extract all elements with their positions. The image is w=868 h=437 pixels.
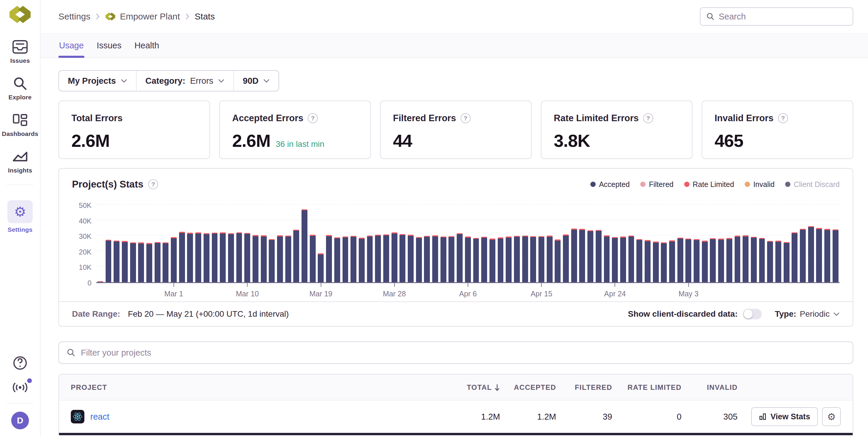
- bar: [652, 195, 660, 282]
- bar: [692, 195, 701, 282]
- help-icon[interactable]: [148, 179, 158, 189]
- sidebar-item-label: Issues: [10, 57, 30, 64]
- x-axis-label: Mar 1: [164, 290, 183, 298]
- cell-accepted: 1.2M: [500, 412, 556, 422]
- x-axis-tick: [247, 283, 248, 287]
- whats-new-button[interactable]: [12, 381, 28, 394]
- bar: [831, 195, 840, 282]
- x-axis-label: May 3: [679, 290, 699, 298]
- project-link[interactable]: react: [90, 412, 109, 422]
- header-project[interactable]: PROJECT: [71, 383, 444, 392]
- sidebar-item-dashboards[interactable]: Dashboards: [2, 113, 38, 137]
- bar: [325, 195, 333, 282]
- bar: [709, 195, 717, 282]
- bar: [129, 195, 137, 282]
- bar: [260, 195, 268, 282]
- bar: [717, 195, 725, 282]
- bar: [235, 195, 243, 282]
- breadcrumb: Settings Empower Plant Stats: [58, 11, 215, 22]
- bar: [358, 195, 366, 282]
- help-icon[interactable]: [778, 113, 788, 123]
- breadcrumb-org-label: Empower Plant: [120, 11, 180, 22]
- stat-card-note: 36 in last min: [276, 139, 324, 149]
- type-selector[interactable]: Type: Periodic: [775, 309, 840, 319]
- stat-card-label: Rate Limited Errors: [554, 113, 639, 124]
- period-selector[interactable]: 90D: [234, 71, 279, 91]
- chart-plot: [96, 195, 840, 283]
- stat-card-label: Filtered Errors: [393, 113, 456, 124]
- stat-card-total-errors: Total Errors 2.6M: [58, 101, 210, 159]
- global-search[interactable]: [700, 7, 853, 26]
- org-logo[interactable]: [8, 5, 32, 24]
- bar: [398, 195, 407, 282]
- legend-item[interactable]: Rate Limited: [684, 180, 734, 189]
- cell-total: 1.2M: [444, 412, 500, 422]
- bar: [211, 195, 219, 282]
- user-avatar[interactable]: D: [11, 412, 29, 429]
- header-accepted[interactable]: ACCEPTED: [500, 383, 556, 392]
- tab-health[interactable]: Health: [134, 33, 160, 58]
- bar: [521, 195, 529, 282]
- client-discard-toggle[interactable]: [743, 309, 762, 320]
- legend-item[interactable]: Invalid: [745, 180, 774, 189]
- tab-issues[interactable]: Issues: [96, 33, 122, 58]
- bar: [513, 195, 521, 282]
- tab-usage[interactable]: Usage: [58, 33, 84, 58]
- help-icon[interactable]: [308, 113, 318, 123]
- legend-item[interactable]: Accepted: [590, 180, 630, 189]
- bar: [766, 195, 774, 282]
- bar: [390, 195, 399, 282]
- project-filter-input[interactable]: [81, 348, 845, 358]
- legend-item[interactable]: Filtered: [640, 180, 673, 189]
- legend-item[interactable]: Client Discard: [785, 180, 840, 189]
- client-discard-toggle-label: Show client-discarded data:: [628, 309, 738, 319]
- project-settings-button[interactable]: ⚙: [822, 407, 841, 426]
- bar: [546, 195, 554, 282]
- breadcrumb-organization[interactable]: Empower Plant: [105, 11, 180, 22]
- bar: [570, 195, 578, 282]
- help-icon[interactable]: [643, 113, 653, 123]
- sidebar-item-issues[interactable]: Issues: [2, 39, 38, 64]
- bar: [603, 195, 611, 282]
- x-axis-tick: [394, 283, 395, 287]
- bar: [529, 195, 537, 282]
- stat-cards: Total Errors 2.6M Accepted Errors 2.6M 3…: [58, 101, 853, 159]
- bar: [676, 195, 684, 282]
- sidebar-item-insights[interactable]: Insights: [2, 149, 38, 174]
- help-button[interactable]: [12, 355, 28, 371]
- gear-icon: ⚙: [14, 204, 26, 219]
- bar: [137, 195, 145, 282]
- header-rate-limited[interactable]: RATE LIMITED: [612, 383, 682, 392]
- x-axis-label: Mar 28: [383, 290, 406, 298]
- project-selector[interactable]: My Projects: [59, 71, 136, 91]
- header-filtered[interactable]: FILTERED: [556, 383, 612, 392]
- view-stats-button[interactable]: View Stats: [751, 407, 818, 426]
- bar: [790, 195, 799, 282]
- x-axis-label: Apr 15: [530, 290, 552, 298]
- sidebar-item-explore[interactable]: Explore: [2, 76, 38, 101]
- bar: [504, 195, 513, 282]
- category-selector[interactable]: Category: Errors: [136, 71, 234, 91]
- bar: [96, 195, 104, 282]
- chart-footer: Date Range: Feb 20 — May 21 (+00:00 UTC,…: [59, 301, 852, 326]
- bar: [725, 195, 734, 282]
- stat-card-value: 2.6M: [71, 131, 110, 151]
- bar: [309, 195, 317, 282]
- project-filter[interactable]: [58, 341, 853, 364]
- filter-bar: My Projects Category: Errors 90D: [58, 70, 279, 92]
- bar: [488, 195, 497, 282]
- sidebar-item-label: Settings: [8, 226, 32, 233]
- chevron-down-icon: [218, 79, 224, 83]
- main-area: Settings Empower Plant Stats Usage Issue…: [41, 0, 868, 437]
- x-axis-label: Apr 24: [604, 290, 626, 298]
- header-total[interactable]: TOTAL: [444, 383, 500, 392]
- category-label: Category:: [146, 76, 185, 86]
- breadcrumb-settings[interactable]: Settings: [58, 11, 90, 22]
- stat-card-value: 2.6M: [232, 131, 270, 151]
- search-input[interactable]: [719, 12, 847, 22]
- header-invalid[interactable]: INVALID: [682, 383, 738, 392]
- help-icon[interactable]: [461, 113, 471, 123]
- projects-table: PROJECT TOTAL ACCEPTED FILTERED RATE LIM…: [58, 374, 853, 435]
- sidebar-item-settings[interactable]: ⚙ Settings: [2, 200, 38, 233]
- issues-inbox-icon: [12, 39, 28, 54]
